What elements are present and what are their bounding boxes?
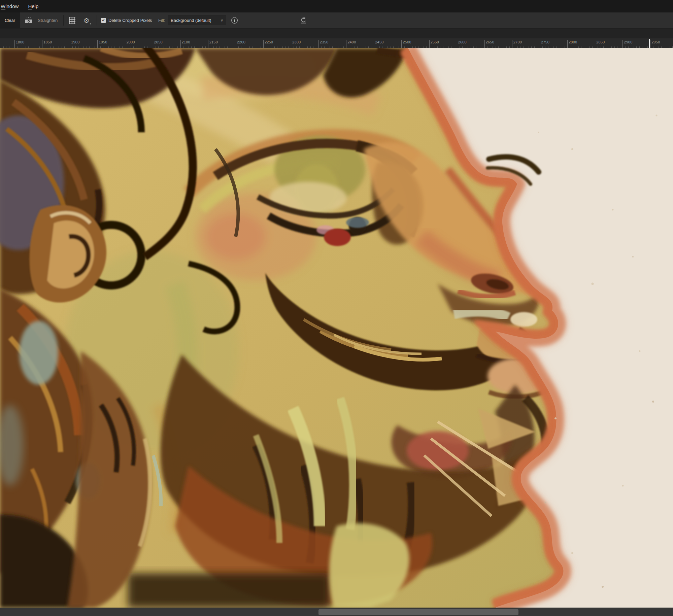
delete-cropped-pixels-checkbox[interactable]: ✓ [101, 18, 106, 23]
ruler-label: 2750 [541, 40, 549, 44]
ruler-label: 2850 [596, 40, 605, 44]
menu-bar: Window Help [0, 0, 673, 12]
ruler-label: 2000 [126, 40, 135, 44]
ruler-label: 2400 [347, 40, 356, 44]
application-window: Window Help Clear Straighten [0, 0, 673, 616]
fill-dropdown[interactable]: Background (default) ∨ [168, 15, 226, 25]
document-area-top-strip [0, 29, 673, 38]
ruler-major-tick [180, 40, 181, 48]
ruler-major-tick [484, 40, 485, 48]
ruler-major-tick [429, 40, 430, 48]
ruler-label: 2250 [265, 40, 273, 44]
info-icon[interactable]: i [231, 17, 238, 24]
ruler-label: 2150 [209, 40, 218, 44]
clear-button[interactable]: Clear [0, 12, 20, 28]
ruler-major-tick [97, 40, 98, 48]
ruler-major-tick [42, 40, 42, 48]
ruler-label: 2300 [292, 40, 301, 44]
ruler-major-tick [291, 40, 291, 48]
straighten-icon[interactable] [24, 12, 34, 28]
ruler-label: 2100 [182, 40, 190, 44]
ruler-label: 2800 [569, 40, 577, 44]
straighten-label[interactable]: Straighten [38, 12, 58, 28]
ruler-cursor-marker [649, 39, 650, 48]
ruler-label: 2900 [624, 40, 632, 44]
ruler-label: 1900 [71, 40, 79, 44]
ruler-label: 2450 [375, 40, 383, 44]
ruler-major-tick [208, 40, 208, 48]
ruler-label: 1950 [99, 40, 107, 44]
ruler-label: 2050 [154, 40, 163, 44]
ruler-major-tick [567, 40, 568, 48]
ruler-major-tick [236, 40, 236, 48]
crop-options-bar: Clear Straighten [0, 12, 673, 29]
ruler-label: 2500 [403, 40, 411, 44]
delete-cropped-pixels-label[interactable]: Delete Cropped Pixels [108, 12, 152, 28]
gear-menu-caret-icon: ▾ [90, 23, 91, 25]
ruler-major-tick [650, 40, 650, 48]
ruler-label: 2200 [237, 40, 245, 44]
ruler-label: 1850 [43, 40, 52, 44]
ruler-major-tick [70, 40, 70, 48]
ruler-major-tick [622, 40, 623, 48]
ruler-label: 2600 [458, 40, 467, 44]
ruler-major-tick [595, 40, 595, 48]
ruler-major-tick [374, 40, 374, 48]
ruler-label: 2350 [320, 40, 328, 44]
ruler-major-tick [346, 40, 346, 48]
ruler-label: 2650 [486, 40, 494, 44]
options-divider [63, 15, 64, 26]
ruler-major-tick [318, 40, 319, 48]
ruler-label: 2550 [431, 40, 439, 44]
options-divider [97, 15, 97, 26]
menu-item-window[interactable]: Window [0, 0, 23, 12]
horizontal-scrollbar-track[interactable] [0, 608, 673, 616]
fill-label: Fill: [158, 12, 165, 28]
ruler-label: 2700 [513, 40, 522, 44]
horizontal-scrollbar-thumb[interactable] [318, 609, 518, 615]
ruler-major-tick [512, 40, 512, 48]
ruler-major-tick [153, 40, 153, 48]
reset-crop-icon[interactable] [299, 12, 308, 28]
ruler-major-tick [263, 40, 264, 48]
ruler-major-tick [14, 40, 15, 48]
overlay-grid-icon[interactable] [68, 12, 76, 28]
ruler-label: 2950 [651, 40, 660, 44]
ruler-major-tick [125, 40, 125, 48]
menu-item-help[interactable]: Help [23, 0, 43, 12]
ruler-major-tick [401, 40, 402, 48]
ruler-major-tick [457, 40, 457, 48]
ruler-label: 1800 [16, 40, 24, 44]
fill-dropdown-value: Background (default) [171, 18, 211, 23]
crop-settings-gear-icon[interactable]: ⚙ ▾ [83, 12, 91, 28]
ruler-major-tick [540, 40, 540, 48]
chevron-down-icon: ∨ [221, 18, 223, 23]
horizontal-ruler[interactable]: 1800185019001950200020502100215022002250… [0, 38, 673, 48]
canvas-painting[interactable] [0, 48, 673, 608]
